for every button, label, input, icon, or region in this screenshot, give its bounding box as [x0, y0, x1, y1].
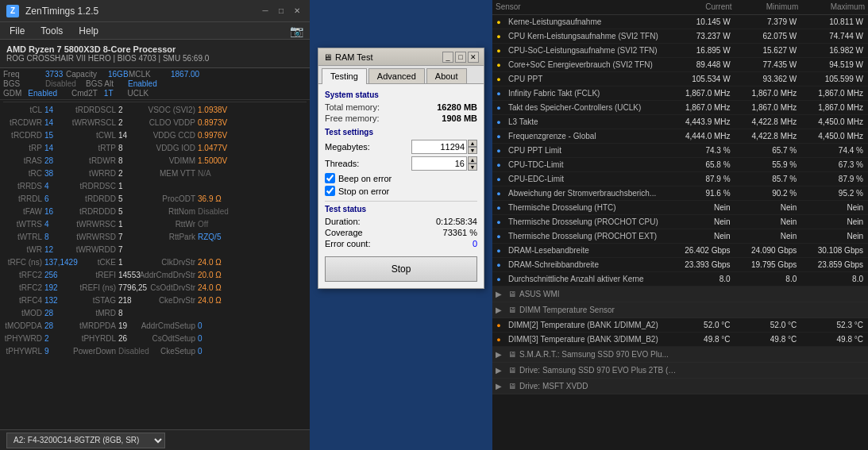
timing-val2: 1 [118, 258, 138, 267]
megabytes-up[interactable]: ▲ [468, 140, 477, 147]
row-name: CPU PPT Limit [505, 143, 669, 157]
timing-val2: 218 [118, 296, 138, 305]
timing-val2: 8 [118, 156, 138, 165]
tab-about[interactable]: About [426, 68, 467, 83]
timing-val1: 9 [44, 347, 64, 356]
hwinfo-data-row: ● Kerne-Leistungsaufnahme 10.145 W 7.379… [492, 14, 868, 29]
timing-label3: RttWr [138, 220, 198, 229]
section-expand-icon[interactable]: ▶ [492, 362, 505, 378]
close-button[interactable]: ✕ [291, 5, 303, 17]
processor-info: AMD Ryzen 7 5800X3D 8-Core Processor ROG… [0, 40, 310, 68]
threads-up[interactable]: ▲ [468, 156, 477, 163]
timing-label1: tRAS [3, 156, 44, 165]
timing-label2: tRDRDSCL [64, 106, 118, 114]
ram-restore-button[interactable]: □ [455, 52, 466, 63]
bgs-label: BGS [3, 79, 44, 88]
timing-label1: tWTRS [3, 220, 44, 229]
timing-label1: tRP [3, 144, 44, 152]
row-max: 105.599 W [801, 71, 868, 86]
section-expand-icon[interactable]: ▶ [492, 286, 505, 302]
timing-val3: 24.0 Ω [198, 283, 249, 292]
memory-config-select[interactable]: A2: F4-3200C14-8GTZR (8GB, SR) [6, 433, 165, 448]
menu-file[interactable]: File [6, 24, 28, 38]
timing-label1: tRFC4 [3, 296, 44, 305]
row-min: 4,422.8 MHz [735, 114, 802, 129]
threads-down[interactable]: ▼ [468, 163, 477, 171]
timing-val3: 0 [198, 321, 249, 330]
hwinfo-data-row: ● Infinity Fabric Takt (FCLK) 1,867.0 MH… [492, 86, 868, 100]
timing-val1: 8 [44, 233, 64, 241]
row-min: 1,867.0 MHz [735, 100, 802, 114]
hwinfo-data-row: ● DRAM-Lesebandbreite 26.402 Gbps 24.090… [492, 243, 868, 257]
row-current: Nein [669, 214, 735, 229]
section-expand-icon[interactable]: ▶ [492, 302, 505, 317]
title-bar: Z ZenTimings 1.2.5 ─ □ ✕ [0, 0, 310, 22]
ram-win-controls: _ □ ✕ [442, 52, 479, 63]
row-dot: ● [492, 257, 505, 271]
timing-label2: tRDWR [64, 156, 118, 165]
stop-button[interactable]: Stop [325, 256, 477, 282]
uclk-hdr: UCLK [128, 89, 149, 98]
timing-label1: tRCDWR [3, 118, 44, 127]
hwinfo-section-row: ▶ 🖥ASUS WMI [492, 286, 868, 302]
row-current: 8.0 [669, 271, 735, 286]
ram-close-button[interactable]: ✕ [468, 52, 479, 63]
timing-label2: tCKE [64, 258, 118, 267]
timing-label2: tRDRDSC [64, 182, 118, 190]
timing-row: tMOD 28 tMRD 8 [3, 306, 307, 319]
timing-val3: 0.9976V [198, 131, 249, 140]
middle-area: 🖥 RAM Test _ □ ✕ Testing Advanced About … [310, 0, 492, 450]
hwinfo-data-row: ● Thermische Drosselung (PROCHOT CPU) Ne… [492, 214, 868, 229]
stop-on-error-checkbox[interactable] [325, 186, 335, 196]
beep-on-error-checkbox[interactable] [325, 173, 335, 183]
section-label: 🖥S.M.A.R.T.: Samsung SSD 970 EVO Plu... [505, 346, 868, 362]
test-status-title: Test status [325, 205, 477, 213]
camera-button[interactable]: 📷 [290, 25, 303, 37]
stop-on-error-label: Stop on error [338, 187, 389, 196]
timing-val3: 1.0477V [198, 144, 249, 152]
timing-val1: 137,1429 [44, 258, 64, 267]
timing-val3: 20.0 Ω [198, 271, 249, 279]
timing-label3: CkeDrvStr [138, 296, 198, 305]
hwinfo-data-row: ● Durchschnittliche Anzahl aktiver Kerne… [492, 271, 868, 286]
menu-help[interactable]: Help [75, 24, 102, 38]
timing-label2: tMRDPDA [64, 321, 118, 330]
timing-label1: tMODPDA [3, 321, 44, 330]
row-max: 8.0 [801, 271, 868, 286]
threads-input[interactable] [411, 156, 467, 171]
section-expand-icon[interactable]: ▶ [492, 346, 505, 362]
cmd2t-label: Cmd2T [71, 89, 98, 98]
processor-name: AMD Ryzen 7 5800X3D 8-Core Processor [6, 44, 303, 54]
duration-row: Duration: 0:12:58:34 [325, 217, 477, 226]
restore-button[interactable]: □ [275, 5, 287, 17]
section-expand-icon[interactable]: ▶ [492, 378, 505, 394]
timing-label3: ProcODT [138, 194, 198, 203]
timing-val1: 12 [44, 245, 64, 254]
timing-label3: MEM VTT [138, 169, 198, 178]
row-min: 7.379 W [735, 14, 802, 29]
timing-row: tRFC2 192 tREFI (ns) 7796,25 CsOdtDrvStr… [3, 281, 307, 294]
row-min: 15.627 W [735, 43, 802, 57]
row-name: Core+SoC Energieverbrauch (SVI2 TFN) [505, 57, 669, 71]
timing-label2: tWRWRDD [64, 245, 118, 254]
app-title: ZenTimings 1.2.5 [25, 6, 98, 17]
timing-val3: Disabled [198, 207, 249, 216]
right-panel: Sensor Current Minimum Maximum ● Kerne-L… [492, 0, 868, 450]
megabytes-input[interactable] [411, 140, 467, 154]
row-name: DRAM-Schreibbandbreite [505, 257, 669, 271]
tab-testing[interactable]: Testing [322, 68, 367, 84]
hwinfo-data-row: ● DIMM[3] Temperature (BANK 3/DIMM_B2) 4… [492, 332, 868, 346]
menu-tools[interactable]: Tools [37, 24, 66, 38]
row-max: 87.9 % [801, 171, 868, 186]
row-name: CPU Kern-Leistungsaufnahme (SVI2 TFN) [505, 29, 669, 43]
ram-minimize-button[interactable]: _ [442, 52, 453, 63]
timing-label2: tRTP [64, 144, 118, 152]
free-memory-value: 1908 MB [442, 113, 477, 123]
row-dot: ● [492, 129, 505, 143]
hwinfo-data-row: ● CPU PPT 105.534 W 93.362 W 105.599 W [492, 71, 868, 86]
megabytes-down[interactable]: ▼ [468, 147, 477, 154]
minimize-button[interactable]: ─ [259, 5, 272, 17]
timing-val2: 14553 [118, 271, 138, 279]
row-min: 93.362 W [735, 71, 802, 86]
tab-advanced[interactable]: Advanced [368, 68, 425, 83]
